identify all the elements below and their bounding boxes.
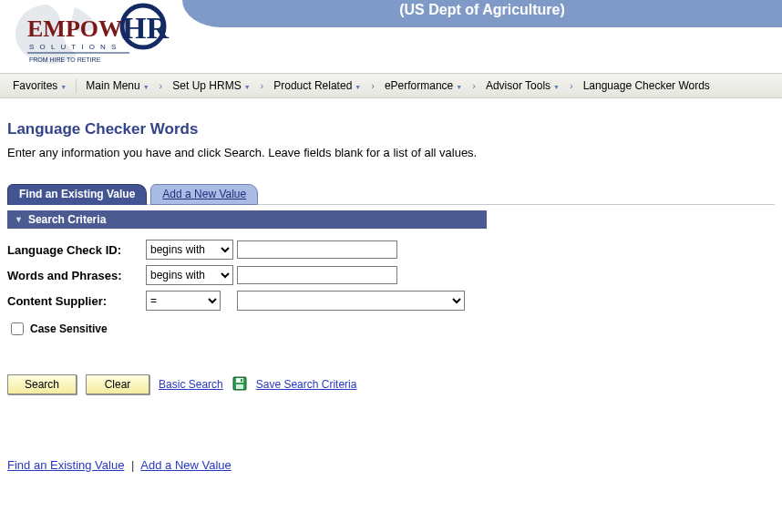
save-search-criteria-link[interactable]: Save Search Criteria xyxy=(256,378,357,391)
label-content-supplier: Content Supplier: xyxy=(7,294,146,308)
label-language-check-id: Language Check ID: xyxy=(7,243,146,257)
bottom-nav-separator: | xyxy=(131,458,134,472)
clear-button[interactable]: Clear xyxy=(86,374,149,394)
breadcrumb-label: Product Related xyxy=(273,79,352,92)
collapse-icon: ▼ xyxy=(15,215,23,224)
breadcrumb-label: ePerformance xyxy=(385,79,453,92)
case-sensitive-row: Case Sensitive xyxy=(7,320,775,338)
svg-rect-5 xyxy=(236,384,243,389)
breadcrumb-favorites[interactable]: Favorites▼ xyxy=(7,77,72,94)
banner-curve: (US Dept of Agriculture) xyxy=(182,0,782,27)
breadcrumb-eperformance[interactable]: ePerformance▼ xyxy=(379,77,468,94)
operator-language-check-id[interactable]: begins with xyxy=(146,240,233,260)
content: Language Checker Words Enter any informa… xyxy=(0,98,782,508)
operator-content-supplier[interactable]: = xyxy=(146,291,221,311)
tab-add-new[interactable]: Add a New Value xyxy=(150,184,258,205)
breadcrumb-favorites-label: Favorites xyxy=(13,79,57,92)
breadcrumb-label: Main Menu xyxy=(86,79,139,92)
checkbox-case-sensitive[interactable] xyxy=(11,322,24,335)
chevron-right-icon: › xyxy=(370,80,376,91)
chevron-right-icon: › xyxy=(471,80,477,91)
breadcrumb: Favorites▼ Main Menu▼ › Set Up HRMS▼ › P… xyxy=(0,73,782,98)
logo-sub1: S O L U T I O N S xyxy=(29,43,118,51)
chevron-right-icon: › xyxy=(159,80,164,91)
label-words-and-phrases: Words and Phrases: xyxy=(7,269,146,282)
save-icon xyxy=(232,376,247,394)
svg-rect-6 xyxy=(241,379,242,382)
breadcrumb-label: Set Up HRMS xyxy=(172,79,241,92)
section-title: Search Criteria xyxy=(28,213,106,226)
chevron-right-icon: › xyxy=(260,80,265,91)
empowhr-logo: EMPOWHR S O L U T I O N S FROM HIRE TO R… xyxy=(11,0,175,68)
tabs: Find an Existing Value Add a New Value xyxy=(7,183,775,205)
banner: (US Dept of Agriculture) EMPOWHR S O L U… xyxy=(0,0,782,73)
bottom-link-find-existing[interactable]: Find an Existing Value xyxy=(7,458,124,472)
logo-sub2: FROM HIRE TO RETIRE xyxy=(29,56,101,63)
chevron-down-icon: ▼ xyxy=(553,84,560,90)
breadcrumb-advisor-tools[interactable]: Advisor Tools▼ xyxy=(480,77,565,94)
breadcrumb-label: Language Checker Words xyxy=(583,79,710,92)
bottom-link-add-new[interactable]: Add a New Value xyxy=(140,458,232,472)
breadcrumb-label: Advisor Tools xyxy=(486,79,550,92)
chevron-down-icon: ▼ xyxy=(60,84,67,90)
org-title: (US Dept of Agriculture) xyxy=(182,0,782,20)
action-row: Search Clear Basic Search Save Search Cr… xyxy=(7,374,775,394)
chevron-down-icon: ▼ xyxy=(244,84,251,90)
breadcrumb-set-up-hrms[interactable]: Set Up HRMS▼ xyxy=(167,77,255,94)
page-title: Language Checker Words xyxy=(7,120,775,138)
bottom-nav: Find an Existing Value | Add a New Value xyxy=(7,458,775,490)
logo-text-main: EMPOW xyxy=(27,15,122,42)
chevron-down-icon: ▼ xyxy=(143,84,149,90)
breadcrumb-main-menu[interactable]: Main Menu▼ xyxy=(80,77,154,94)
breadcrumb-product-related[interactable]: Product Related▼ xyxy=(268,77,366,94)
chevron-right-icon: › xyxy=(569,80,574,91)
basic-search-link[interactable]: Basic Search xyxy=(159,378,223,391)
breadcrumb-language-checker-words[interactable]: Language Checker Words xyxy=(578,77,715,94)
search-form: Language Check ID: begins with Words and… xyxy=(7,240,499,311)
logo-text-accent: HR xyxy=(122,11,169,45)
chevron-down-icon: ▼ xyxy=(355,84,361,90)
select-content-supplier[interactable] xyxy=(237,291,465,311)
page-instructions: Enter any information you have and click… xyxy=(7,146,775,159)
search-button[interactable]: Search xyxy=(7,374,77,394)
section-header-search-criteria[interactable]: ▼ Search Criteria xyxy=(7,210,487,229)
input-language-check-id[interactable] xyxy=(237,240,397,259)
input-words-and-phrases[interactable] xyxy=(237,266,397,284)
label-case-sensitive: Case Sensitive xyxy=(30,322,108,335)
operator-words-and-phrases[interactable]: begins with xyxy=(146,265,233,285)
tab-find-existing[interactable]: Find an Existing Value xyxy=(7,184,147,205)
chevron-down-icon: ▼ xyxy=(456,84,462,90)
breadcrumb-divider xyxy=(76,78,77,93)
svg-text:EMPOWHR: EMPOWHR xyxy=(27,11,169,45)
